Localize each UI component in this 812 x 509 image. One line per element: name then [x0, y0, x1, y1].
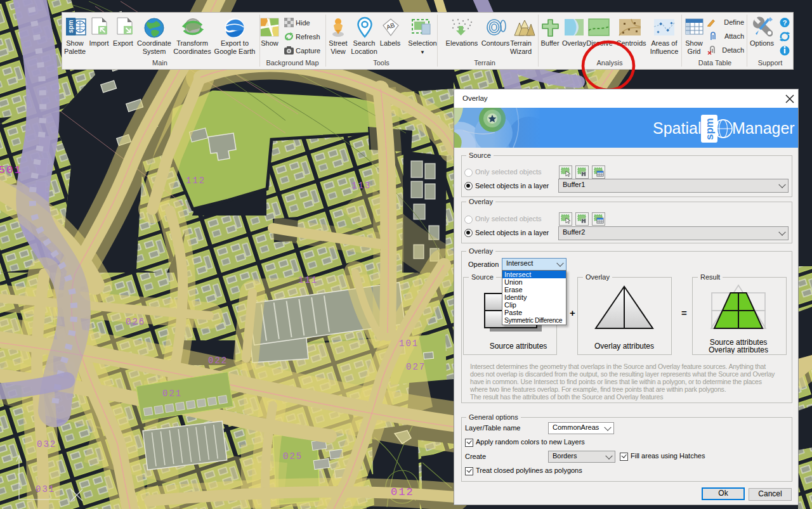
svg-text:012: 012: [391, 486, 414, 498]
svg-text:112: 112: [186, 176, 206, 186]
svg-text:031: 031: [36, 484, 55, 494]
svg-text:Overlay attributes: Overlay attributes: [594, 342, 654, 351]
svg-text:Overlay attributes: Overlay attributes: [709, 345, 768, 354]
svg-text:+: +: [570, 307, 575, 318]
svg-text:101: 101: [399, 338, 419, 349]
svg-text:027: 027: [406, 362, 426, 372]
svg-text:113: 113: [351, 181, 371, 191]
svg-text:025: 025: [283, 451, 303, 461]
svg-text:026: 026: [126, 317, 145, 327]
svg-text:032: 032: [37, 439, 56, 449]
svg-text:=: =: [681, 307, 687, 318]
svg-text:022: 022: [208, 356, 228, 366]
svg-text:021: 021: [162, 389, 182, 399]
svg-text:111: 111: [298, 275, 318, 285]
svg-text:spm: spm: [704, 118, 716, 140]
svg-text:Source attributes: Source attributes: [490, 342, 547, 351]
svg-text:spm: spm: [67, 20, 74, 33]
svg-text:501: 501: [0, 164, 22, 176]
svg-text:?: ?: [783, 19, 787, 27]
